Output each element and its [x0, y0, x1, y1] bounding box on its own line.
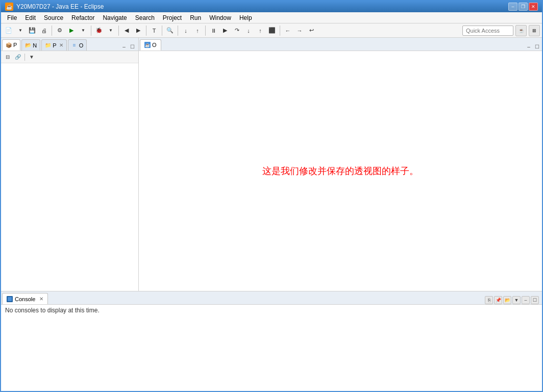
console-copy-button[interactable]: ⎘ [485, 296, 493, 304]
tb-search-button[interactable]: 🔍 [164, 25, 176, 36]
console-icon [7, 296, 13, 302]
tb-open-type-button[interactable]: T [149, 25, 160, 36]
panel-tabs: 📦 P 📂 N 📁 P ✕ ≡ O [1, 38, 138, 51]
editor-tab-o[interactable]: ☕ O [140, 39, 161, 51]
tb-resume-button[interactable]: ▶ [219, 25, 231, 36]
menu-window[interactable]: Window [205, 13, 235, 22]
restore-button[interactable]: ❐ [519, 3, 528, 11]
tb-prev-annotation[interactable]: ↑ [192, 25, 203, 36]
console-tab[interactable]: Console ✕ [2, 293, 48, 304]
title-bar: ☕ Y20M07D27 - Java EE - Eclipse – ❐ ✕ [1, 1, 542, 12]
menu-search[interactable]: Search [131, 13, 159, 22]
tb-next-edit-button[interactable]: ▶ [133, 25, 144, 36]
close-button[interactable]: ✕ [529, 3, 538, 11]
bottom-panel: Console ✕ ⎘ 📌 📂 ▼ – ☐ No consoles to dis… [1, 291, 542, 392]
minimize-button[interactable]: – [508, 3, 517, 11]
tb-step-return[interactable]: ↑ [255, 25, 266, 36]
tb-back[interactable]: ← [282, 25, 293, 36]
editor-tabs: ☕ O – ☐ [139, 38, 542, 51]
menu-project[interactable]: Project [159, 13, 186, 22]
tb-debug-button[interactable]: 🐞 [93, 25, 105, 36]
tb-forward[interactable]: → [294, 25, 305, 36]
collapse-all-button[interactable]: ⊟ [3, 53, 12, 62]
tb-new-button[interactable]: 📄 [3, 25, 14, 36]
perspective-java-ee[interactable]: ☕ [515, 25, 527, 36]
tb-debug-dropdown[interactable]: ▼ [105, 25, 116, 36]
tb-suspend-button[interactable]: ⏸ [208, 25, 219, 36]
main-layout: 📦 P 📂 N 📁 P ✕ ≡ O [1, 38, 542, 392]
panel-tab-o[interactable]: ≡ O [68, 39, 87, 51]
console-tab-label: Console [15, 296, 35, 302]
editor-tab-controls: – ☐ [525, 42, 541, 51]
editor-main-text: 这是我们修改并保存的透视图的样子。 [262, 165, 418, 177]
tb-print-button[interactable]: 🖨 [38, 25, 50, 36]
editor-tab-o-label: O [152, 42, 157, 48]
panel-tab-p2-close[interactable]: ✕ [59, 42, 63, 48]
menu-run[interactable]: Run [186, 13, 205, 22]
panel-tab-controls: – ☐ [120, 42, 137, 51]
menu-source[interactable]: Source [40, 13, 67, 22]
toolbar: 📄 ▼ 💾 🖨 ⚙ ▶ ▼ 🐞 ▼ ◀ ▶ T 🔍 ↓ ↑ ⏸ ▶ ↷ ↓ ↑ … [1, 23, 542, 38]
panel-toolbar-sep [24, 54, 25, 61]
menu-file[interactable]: File [3, 13, 21, 22]
tb-sep8 [280, 26, 280, 36]
editor-area: ☕ O – ☐ 这是我们修改并保存的透视图的样子。 [139, 38, 542, 291]
panel-maximize-button[interactable]: ☐ [128, 42, 136, 51]
tb-sep2 [91, 26, 91, 36]
console-tab-close[interactable]: ✕ [39, 296, 43, 302]
console-tabs: Console ✕ ⎘ 📌 📂 ▼ – ☐ [1, 291, 542, 305]
console-open-file-button[interactable]: 📂 [503, 296, 511, 304]
outline-icon: ≡ [71, 42, 78, 48]
tb-dropdown-new[interactable]: ▼ [15, 25, 26, 36]
tb-next-annotation[interactable]: ↓ [180, 25, 191, 36]
quick-access-input[interactable] [462, 26, 513, 36]
project-icon: 📁 [45, 42, 51, 48]
console-tab-controls: ⎘ 📌 📂 ▼ – ☐ [485, 296, 541, 304]
tb-save-button[interactable]: 💾 [27, 25, 38, 36]
panel-tab-p2[interactable]: 📁 P ✕ [41, 39, 66, 51]
tb-run-dropdown[interactable]: ▼ [78, 25, 89, 36]
panel-tab-p2-label: P [53, 42, 56, 48]
content-area: 📦 P 📂 N 📁 P ✕ ≡ O [1, 38, 542, 291]
panel-tab-n[interactable]: 📂 N [21, 39, 40, 51]
window-title: Y20M07D27 - Java EE - Eclipse [16, 3, 508, 10]
quick-access-area: ☕ ⊞ [462, 25, 540, 36]
menu-refactor[interactable]: Refactor [67, 13, 98, 22]
app-icon: ☕ [5, 3, 13, 11]
menu-navigate[interactable]: Navigate [98, 13, 131, 22]
console-maximize-button[interactable]: ☐ [531, 296, 539, 304]
menu-help[interactable]: Help [235, 13, 256, 22]
tb-build-button[interactable]: ⚙ [54, 25, 65, 36]
no-console-message: No consoles to display at this time. [5, 307, 100, 314]
tb-sep1 [52, 26, 52, 36]
tb-run-button[interactable]: ▶ [66, 25, 77, 36]
left-panel: 📦 P 📂 N 📁 P ✕ ≡ O [1, 38, 139, 291]
view-menu-button[interactable]: ▼ [27, 53, 36, 62]
console-pin-button[interactable]: 📌 [494, 296, 502, 304]
perspective-extra[interactable]: ⊞ [529, 25, 540, 36]
tb-sep7 [205, 26, 206, 36]
tb-step-into[interactable]: ↓ [243, 25, 254, 36]
console-dropdown[interactable]: ▼ [512, 296, 521, 304]
panel-tab-p1-label: P [13, 42, 17, 48]
tb-prev-edit-button[interactable]: ◀ [121, 25, 132, 36]
window-controls: – ❐ ✕ [508, 3, 538, 11]
panel-minimize-button[interactable]: – [120, 42, 128, 51]
console-minimize-button[interactable]: – [522, 296, 530, 304]
menu-bar: File Edit Source Refactor Navigate Searc… [1, 12, 542, 23]
tb-step-over[interactable]: ↷ [231, 25, 242, 36]
panel-tab-p1[interactable]: 📦 P [2, 39, 20, 51]
editor-tab-o-icon: ☕ [144, 42, 151, 48]
tb-terminate[interactable]: ⬛ [266, 25, 278, 36]
tb-sep4 [146, 26, 146, 36]
menu-edit[interactable]: Edit [21, 13, 40, 22]
link-with-editor-button[interactable]: 🔗 [13, 53, 22, 62]
editor-content: 这是我们修改并保存的透视图的样子。 [139, 51, 542, 291]
editor-minimize-button[interactable]: – [525, 42, 533, 51]
panel-tab-n-label: N [33, 42, 37, 48]
tb-last-edit[interactable]: ↩ [306, 25, 317, 36]
console-content: No consoles to display at this time. [1, 305, 542, 316]
panel-content [1, 63, 138, 291]
editor-maximize-button[interactable]: ☐ [533, 42, 541, 51]
package-explorer-icon: 📦 [6, 42, 12, 48]
